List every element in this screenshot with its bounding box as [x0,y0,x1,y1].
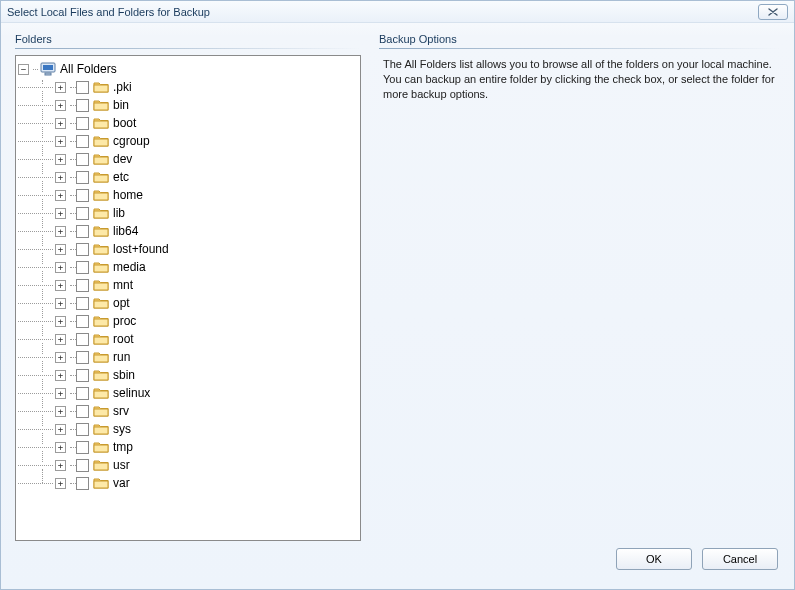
expand-icon[interactable]: + [55,118,66,129]
expand-icon[interactable]: + [55,154,66,165]
expand-icon[interactable]: + [55,262,66,273]
folder-icon [93,350,109,364]
folder-checkbox[interactable] [76,135,89,148]
folder-checkbox[interactable] [76,117,89,130]
folder-checkbox[interactable] [76,243,89,256]
folder-icon [93,206,109,220]
tree-row[interactable]: +sys [18,420,358,438]
svg-rect-15 [94,301,108,308]
folder-checkbox[interactable] [76,189,89,202]
folder-checkbox[interactable] [76,369,89,382]
expand-icon[interactable]: + [55,190,66,201]
expand-icon[interactable]: + [55,298,66,309]
folder-checkbox[interactable] [76,477,89,490]
folder-checkbox[interactable] [76,459,89,472]
tree-row[interactable]: +mnt [18,276,358,294]
folder-label: etc [113,170,129,184]
expand-icon[interactable]: + [55,226,66,237]
folder-checkbox[interactable] [76,441,89,454]
folder-icon [93,170,109,184]
tree-row[interactable]: +lost+found [18,240,358,258]
expand-icon[interactable]: + [55,460,66,471]
tree-row[interactable]: +.pki [18,78,358,96]
cancel-button[interactable]: Cancel [702,548,778,570]
folder-icon [93,260,109,274]
tree-indent: + [18,82,76,93]
ok-button[interactable]: OK [616,548,692,570]
expand-icon[interactable]: + [55,136,66,147]
expand-icon[interactable]: + [55,316,66,327]
tree-row[interactable]: +root [18,330,358,348]
tree-row[interactable]: +lib [18,204,358,222]
tree-row[interactable]: +bin [18,96,358,114]
folder-checkbox[interactable] [76,225,89,238]
svg-rect-9 [94,193,108,200]
expand-icon[interactable]: + [55,406,66,417]
folder-tree[interactable]: −All Folders+.pki+bin+boot+cgroup+dev+et… [15,55,361,541]
folder-icon [93,98,109,112]
folder-checkbox[interactable] [76,279,89,292]
folder-checkbox[interactable] [76,387,89,400]
svg-rect-8 [94,175,108,182]
folder-checkbox[interactable] [76,261,89,274]
tree-row[interactable]: +cgroup [18,132,358,150]
tree-row[interactable]: +sbin [18,366,358,384]
folder-label: home [113,188,143,202]
folder-checkbox[interactable] [76,207,89,220]
tree-indent: + [18,388,76,399]
tree-row[interactable]: +etc [18,168,358,186]
folder-checkbox[interactable] [76,315,89,328]
tree-indent: + [18,154,76,165]
tree-indent: + [18,280,76,291]
expand-icon[interactable]: + [55,352,66,363]
tree-row[interactable]: +tmp [18,438,358,456]
tree-row[interactable]: +opt [18,294,358,312]
tree-row[interactable]: +run [18,348,358,366]
folders-panel: Folders −All Folders+.pki+bin+boot+cgrou… [15,33,361,541]
tree-row[interactable]: +dev [18,150,358,168]
tree-row[interactable]: +proc [18,312,358,330]
expand-icon[interactable]: + [55,370,66,381]
expand-icon[interactable]: + [55,388,66,399]
tree-root-row[interactable]: −All Folders [18,60,358,78]
svg-rect-23 [94,445,108,452]
expand-icon[interactable]: + [55,478,66,489]
folder-checkbox[interactable] [76,81,89,94]
tree-row[interactable]: +lib64 [18,222,358,240]
expand-icon[interactable]: + [55,208,66,219]
folder-checkbox[interactable] [76,171,89,184]
svg-rect-7 [94,157,108,164]
folder-checkbox[interactable] [76,99,89,112]
tree-row[interactable]: +usr [18,456,358,474]
dialog-window: Select Local Files and Folders for Backu… [0,0,795,590]
folder-checkbox[interactable] [76,351,89,364]
tree-indent: + [18,118,76,129]
folder-checkbox[interactable] [76,153,89,166]
expand-icon[interactable]: + [55,280,66,291]
tree-row[interactable]: +home [18,186,358,204]
folder-checkbox[interactable] [76,333,89,346]
folder-checkbox[interactable] [76,405,89,418]
close-icon [767,8,779,16]
collapse-icon[interactable]: − [18,64,29,75]
tree-indent: + [18,316,76,327]
expand-icon[interactable]: + [55,424,66,435]
expand-icon[interactable]: + [55,442,66,453]
tree-row[interactable]: +selinux [18,384,358,402]
folder-checkbox[interactable] [76,297,89,310]
expand-icon[interactable]: + [55,172,66,183]
tree-row[interactable]: +media [18,258,358,276]
folder-checkbox[interactable] [76,423,89,436]
dialog-content: Folders −All Folders+.pki+bin+boot+cgrou… [1,23,794,589]
expand-icon[interactable]: + [55,82,66,93]
tree-row[interactable]: +srv [18,402,358,420]
close-button[interactable] [758,4,788,20]
expand-icon[interactable]: + [55,100,66,111]
tree-row[interactable]: +var [18,474,358,492]
folder-icon [93,332,109,346]
expand-icon[interactable]: + [55,334,66,345]
folder-label: proc [113,314,136,328]
tree-row[interactable]: +boot [18,114,358,132]
svg-rect-10 [94,211,108,218]
expand-icon[interactable]: + [55,244,66,255]
